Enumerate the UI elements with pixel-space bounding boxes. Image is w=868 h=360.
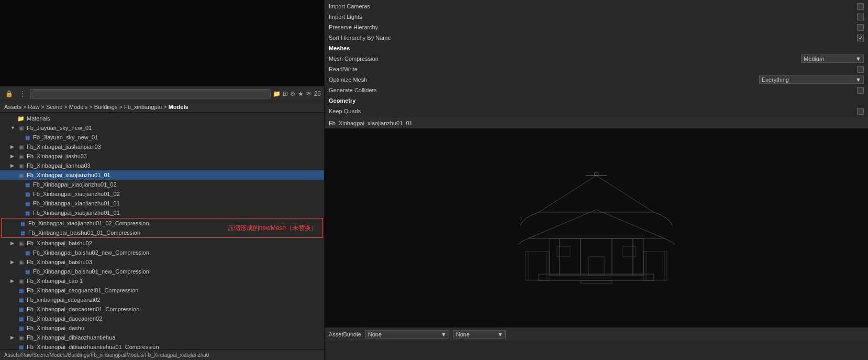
tree-item-materials[interactable]: 📁 Materials xyxy=(0,114,324,123)
item-label: Fb_Xinbagpai_xiaojianzhu01_02 xyxy=(33,181,117,188)
mesh-icon: ▦ xyxy=(23,267,31,276)
optimize-mesh-dropdown[interactable]: Everything ▼ xyxy=(759,75,864,84)
keep-quads-checkbox[interactable] xyxy=(857,108,864,115)
tree-item-daocaoren02[interactable]: ▦ Fb_Xinbangpai_daocaoren02 xyxy=(0,314,324,323)
tree-item-lianhua[interactable]: ▶ ▣ Fb_Xinbagpai_lianhua03 xyxy=(0,161,324,170)
sort-hierarchy-checkbox[interactable]: ✓ xyxy=(857,35,864,41)
read-write-label: Read/Write xyxy=(329,66,857,72)
fbx-icon: ▣ xyxy=(17,258,25,266)
mesh-icon: ▦ xyxy=(23,133,31,141)
mesh-icon: ▦ xyxy=(18,219,27,227)
item-label: Fb_xinbangpai_caoguanzi02 xyxy=(27,297,101,303)
hierarchy-icon[interactable]: ⊞ xyxy=(283,90,288,97)
tree-item-baishu03[interactable]: ▶ ▣ Fb_Xinbangpai_baishu03 xyxy=(0,257,324,267)
tree-item-compression-baishu[interactable]: ▦ Fb_Xinbangpai_baishu01_01_Compression xyxy=(2,228,322,237)
keep-quads-value xyxy=(857,108,864,115)
asset-bundle-value1: None xyxy=(368,331,382,337)
tree-item-baishu02-new-comp[interactable]: ▦ Fb_Xinbangpai_baishu02_new_Compression xyxy=(0,248,324,257)
filter-icon[interactable]: ⚙ xyxy=(290,90,296,97)
asset-bundle-dropdown2[interactable]: None ▼ xyxy=(453,330,506,339)
tree-item-xiaojianzhu01-02a[interactable]: ▦ Fb_Xinbagpai_xiaojianzhu01_02 xyxy=(0,180,324,189)
import-lights-checkbox[interactable] xyxy=(857,14,864,20)
import-cameras-value xyxy=(857,3,864,10)
import-cameras-row: Import Cameras xyxy=(325,1,868,12)
generate-colliders-checkbox[interactable] xyxy=(857,87,864,94)
arrow-icon: ▶ xyxy=(10,241,17,246)
breadcrumb-text: Assets > Raw > Scene > Models > Building… xyxy=(4,104,188,110)
item-label: Fb_Xinbangpai_baishu01_new_Compression xyxy=(33,268,149,275)
svg-rect-10 xyxy=(588,257,604,275)
right-panel: Import Cameras Import Lights Preserve Hi… xyxy=(325,0,868,360)
read-write-checkbox[interactable] xyxy=(857,66,864,73)
folder-icon[interactable]: 📁 xyxy=(273,90,281,97)
mesh-compression-dropdown[interactable]: Medium ▼ xyxy=(801,54,864,63)
item-label: Fb_Xinbangpai_xiaojianzhu01_01 xyxy=(33,210,120,216)
item-label: Fb_Xinbangpai_baishu02 xyxy=(27,240,92,246)
tree-item-dashu[interactable]: ▦ Fb_Xinbangpai_dashu xyxy=(0,323,324,333)
toolbar-icons: 📁 ⊞ ⚙ ★ 👁 26 xyxy=(273,90,321,97)
tree-item-dibiaozhuantiehua01-comp[interactable]: ▦ Fb_Xinbangpai_dibiaozhuantiehua01_Comp… xyxy=(0,342,324,350)
fbx-icon: ▣ xyxy=(17,161,25,170)
tree-item-xiaojianzhu01-02b[interactable]: ▦ Fb_Xinbangpai_xiaojianzhu01_02 xyxy=(0,189,324,199)
preserve-hierarchy-value xyxy=(857,24,864,31)
left-panel: 🔒 ⋮ 📁 ⊞ ⚙ ★ 👁 26 Assets > Raw > Scene > … xyxy=(0,0,325,360)
eye-icon[interactable]: 👁 xyxy=(306,90,312,97)
tree-item-baishu01-new-comp[interactable]: ▦ Fb_Xinbangpai_baishu01_new_Compression xyxy=(0,267,324,276)
svg-marker-2 xyxy=(528,210,664,238)
file-tree[interactable]: 📁 Materials ▼ ▣ Fb_Jiayuan_sky_new_01 ▦ … xyxy=(0,113,324,350)
item-label: Fb_Xinbangpai_xiaojianzhu01_01 xyxy=(33,200,120,206)
import-lights-value xyxy=(857,14,864,20)
mesh-icon: ▦ xyxy=(17,314,25,323)
building-preview-svg xyxy=(518,155,675,301)
tree-item-fb-jiayuan[interactable]: ▼ ▣ Fb_Jiayuan_sky_new_01 xyxy=(0,123,324,133)
tree-item-dibiaozhuantiehua[interactable]: ▶ ▣ Fb_Xinbangpai_dibiaozhuantiehua xyxy=(0,333,324,342)
fbx-icon: ▣ xyxy=(17,333,25,342)
preview-area: Fb_Xinbagpai_xiaojianzhu01_01 xyxy=(325,117,868,327)
asset-bundle-dropdown1[interactable]: None ▼ xyxy=(365,330,449,339)
import-lights-label: Import Lights xyxy=(329,14,857,20)
arrow-icon: ▶ xyxy=(10,278,17,283)
item-label: Fb_Jiayuan_sky_new_01 xyxy=(33,134,98,140)
sort-hierarchy-value: ✓ xyxy=(857,35,864,41)
svg-rect-11 xyxy=(557,246,570,257)
mesh-compression-row: Mesh Compression Medium ▼ xyxy=(325,53,868,64)
lock-button[interactable]: 🔒 xyxy=(3,89,15,99)
preview-header: Fb_Xinbagpai_xiaojianzhu01_01 xyxy=(325,117,868,129)
menu-button[interactable]: ⋮ xyxy=(17,89,28,99)
tree-item-caoguanzi02[interactable]: ▦ Fb_xinbangpai_caoguanzi02 xyxy=(0,295,324,304)
preserve-hierarchy-checkbox[interactable] xyxy=(857,24,864,31)
item-label: Fb_Xinbangpai_xiaojianzhu01_02 xyxy=(33,191,120,197)
breadcrumb-active: Models xyxy=(169,104,188,110)
tree-item-fb-jiayuan-child[interactable]: ▦ Fb_Jiayuan_sky_new_01 xyxy=(0,133,324,142)
tree-item-caoguanzi01[interactable]: ▦ Fb_Xinbangpai_caoguanzi01_Compression xyxy=(0,286,324,295)
svg-rect-17 xyxy=(643,252,667,280)
arrow-icon: ▶ xyxy=(10,144,17,149)
tree-item-daocaoren01[interactable]: ▦ Fb_Xinbangpai_daocaoren01_Compression xyxy=(0,304,324,314)
tree-item-baishu02[interactable]: ▶ ▣ Fb_Xinbangpai_baishu02 xyxy=(0,238,324,248)
fbx-icon: ▣ xyxy=(17,152,25,160)
fbx-icon: ▣ xyxy=(17,124,25,132)
item-label: Fb_Xinbagpai_xiaojianzhu01_01 xyxy=(27,172,110,178)
tree-item-cao1[interactable]: ▶ ▣ Fb_Xinbangpai_cao 1 xyxy=(0,276,324,286)
tree-item-xiaojianzhu01-01a[interactable]: ▦ Fb_Xinbangpai_xiaojianzhu01_01 xyxy=(0,199,324,208)
item-label: Fb_Xinbagpai_jiashanpian03 xyxy=(27,144,101,150)
optimize-mesh-row: Optimize Mesh Everything ▼ xyxy=(325,74,868,85)
import-cameras-checkbox[interactable] xyxy=(857,3,864,10)
tree-item-jiashanpian[interactable]: ▶ ▣ Fb_Xinbagpai_jiashanpian03 xyxy=(0,142,324,151)
tree-item-xiaojianzhu01-selected[interactable]: ▣ Fb_Xinbagpai_xiaojianzhu01_01 xyxy=(0,170,324,180)
inspector-section: Import Cameras Import Lights Preserve Hi… xyxy=(325,0,868,117)
search-input[interactable] xyxy=(30,89,271,99)
tree-item-compression-02[interactable]: ▦ Fb_Xinbagpai_xiaojianzhu01_02_Compress… xyxy=(2,219,322,228)
item-label: Fb_Xinbangpai_daocaoren01_Compression xyxy=(27,306,139,312)
keep-quads-row: Keep Quads xyxy=(325,106,868,116)
import-cameras-label: Import Cameras xyxy=(329,3,857,9)
star-icon[interactable]: ★ xyxy=(298,90,304,97)
meshes-section-row: Meshes xyxy=(325,43,868,53)
tree-item-jiashu[interactable]: ▶ ▣ Fb_Xinbagpai_jiashu03 xyxy=(0,151,324,161)
mesh-icon: ▦ xyxy=(17,286,25,294)
sort-hierarchy-label: Sort Hierarchy By Name xyxy=(329,35,857,41)
geometry-section-label: Geometry xyxy=(329,97,864,104)
mesh-icon: ▦ xyxy=(17,324,25,332)
svg-marker-0 xyxy=(539,176,654,212)
tree-item-xiaojianzhu01-01b[interactable]: ▦ Fb_Xinbangpai_xiaojianzhu01_01 xyxy=(0,208,324,217)
